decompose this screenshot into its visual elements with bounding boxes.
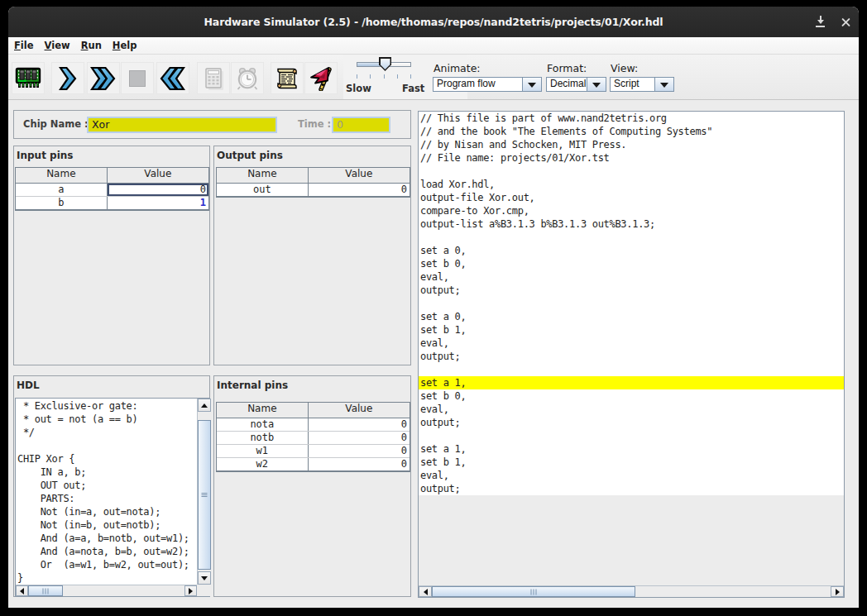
table-row: w10 <box>217 445 410 458</box>
script-hscroll-thumb[interactable] <box>432 586 635 597</box>
internal-pins-title: Internal pins <box>217 380 288 391</box>
hdl-scrollpane: * Exclusive-or gate: * out = not (a == b… <box>15 398 210 597</box>
scroll-left-button[interactable] <box>16 585 28 596</box>
load-chip-button[interactable] <box>12 62 45 94</box>
scroll-down-button[interactable] <box>198 571 211 585</box>
column-header-name: Name <box>217 168 309 183</box>
animate-combo-arrow-button[interactable] <box>522 78 541 91</box>
code-line: } <box>17 571 197 585</box>
input-pins-table: NameValuea0b1 <box>15 167 209 211</box>
code-line: output; <box>419 416 844 429</box>
single-step-button[interactable] <box>51 62 84 94</box>
chip-name-label: Chip Name : <box>23 111 89 138</box>
code-line: eval, <box>419 337 844 350</box>
code-line: */ <box>17 426 197 439</box>
titlebar[interactable]: Hardware Simulator (2.5) - /home/thomas/… <box>8 7 859 37</box>
table-row: out0 <box>217 184 410 197</box>
animate-combobox[interactable]: Program flow <box>433 77 542 92</box>
reset-button[interactable] <box>156 62 189 94</box>
pin-value-cell[interactable]: 0 <box>108 184 208 196</box>
hdl-hscroll-thumb[interactable] <box>28 585 63 596</box>
pin-value-cell[interactable]: 0 <box>309 445 410 457</box>
pin-value-cell[interactable]: 0 <box>309 458 410 470</box>
code-line <box>419 363 844 376</box>
code-line <box>17 439 197 452</box>
hdl-panel: HDL * Exclusive-or gate: * out = not (a … <box>13 375 210 597</box>
scroll-left-button[interactable] <box>419 586 432 597</box>
code-line: eval, <box>419 469 844 482</box>
time-label: Time : <box>298 111 331 138</box>
code-line: output; <box>419 350 844 363</box>
view-combobox[interactable]: Script <box>610 77 674 92</box>
code-line: And (a=a, b=notb, out=w1); <box>17 532 197 545</box>
time-field: 0 <box>332 117 390 133</box>
view-script-button[interactable] <box>271 62 304 94</box>
internal-pins-panel: Internal pins NameValuenota0notb0w10w20 <box>213 375 411 597</box>
code-line: * out = not (a == b) <box>17 413 197 426</box>
input-pins-title: Input pins <box>17 150 73 161</box>
menu-help[interactable]: Help <box>113 38 137 54</box>
script-listing[interactable]: // This file is part of www.nand2tetris.… <box>419 112 844 495</box>
slider-tick <box>397 74 398 79</box>
format-combo-arrow-button[interactable] <box>587 78 606 91</box>
script-current-line: set a 1, <box>419 376 844 389</box>
slider-tick <box>384 74 385 79</box>
chip-icon <box>15 66 41 91</box>
stop-button <box>121 62 154 94</box>
format-value: Decimal <box>550 78 587 91</box>
hdl-code[interactable]: * Exclusive-or gate: * out = not (a == b… <box>17 399 197 585</box>
run-button[interactable] <box>87 62 120 94</box>
pin-value-cell[interactable]: 0 <box>309 418 410 431</box>
code-line: And (a=nota, b=b, out=w2); <box>17 545 197 558</box>
arrow-down-icon <box>201 576 208 580</box>
scroll-up-button[interactable] <box>198 399 211 412</box>
pin-name-cell: notb <box>217 432 309 444</box>
code-line: set a 1, <box>419 442 844 456</box>
internal-pins-table: NameValuenota0notb0w10w20 <box>216 402 410 472</box>
slider-tick <box>370 74 371 79</box>
table-header: NameValue <box>217 403 410 418</box>
code-line: // File name: projects/01/Xor.tst <box>419 151 844 165</box>
format-combobox[interactable]: Decimal <box>546 77 606 92</box>
code-line <box>419 297 844 310</box>
pin-name-cell: w1 <box>217 445 309 457</box>
scroll-right-button[interactable] <box>184 585 197 596</box>
scroll-right-button[interactable] <box>831 586 844 597</box>
code-line: set b 1, <box>419 456 844 469</box>
pin-name-cell: a <box>16 184 108 196</box>
pin-name-cell: w2 <box>217 458 309 470</box>
menu-run[interactable]: Run <box>81 38 102 54</box>
grip-icon <box>202 493 208 498</box>
hdl-horizontal-scrollbar[interactable] <box>16 585 197 596</box>
rewind-icon <box>160 66 185 91</box>
grip-icon <box>43 588 49 594</box>
table-row: a0 <box>16 184 208 197</box>
code-line: eval, <box>419 270 844 284</box>
pin-value-cell[interactable]: 0 <box>309 432 410 444</box>
hdl-vscroll-thumb[interactable] <box>198 420 211 570</box>
hdl-viewport[interactable]: * Exclusive-or gate: * out = not (a == b… <box>16 399 197 585</box>
chip-name-field[interactable]: Xor <box>87 117 277 133</box>
close-button[interactable] <box>839 15 853 29</box>
pin-value-cell[interactable]: 0 <box>309 184 410 196</box>
hdl-vertical-scrollbar[interactable] <box>197 399 210 585</box>
table-row: nota0 <box>217 418 410 432</box>
calculator-icon <box>201 66 226 91</box>
column-header-value: Value <box>309 403 410 418</box>
code-line <box>419 165 844 178</box>
minimize-button[interactable] <box>813 15 827 29</box>
window-bottom-strip <box>8 598 859 608</box>
code-line: compare-to Xor.cmp, <box>419 204 844 217</box>
pin-value-cell[interactable]: 1 <box>108 197 208 209</box>
arrow-left-icon <box>424 589 428 595</box>
code-line: load Xor.hdl, <box>419 178 844 191</box>
format-label: Format: <box>547 62 587 74</box>
breakpoints-button[interactable] <box>304 62 338 94</box>
view-combo-arrow-button[interactable] <box>654 78 673 91</box>
slider-tick <box>357 74 357 79</box>
menu-view[interactable]: View <box>45 38 70 54</box>
script-horizontal-scrollbar[interactable] <box>419 585 844 597</box>
speed-slider-thumb[interactable] <box>379 57 391 71</box>
menu-file[interactable]: File <box>14 38 34 54</box>
pin-name-cell: nota <box>217 418 309 431</box>
